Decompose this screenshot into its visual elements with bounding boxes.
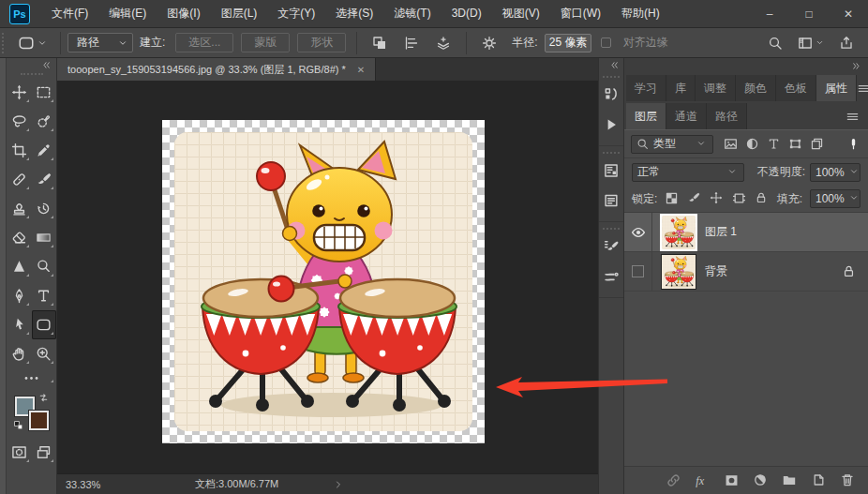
- document-tab[interactable]: tooopen_sy_159053194566.jpg @ 33.3% (图层 …: [57, 58, 376, 81]
- crop-tool[interactable]: [7, 136, 32, 165]
- pen-tool[interactable]: [7, 281, 32, 310]
- new-group-button[interactable]: [782, 472, 797, 487]
- layer-row-1[interactable]: 图层 1: [624, 213, 868, 252]
- filter-toggle-pin[interactable]: [846, 137, 861, 151]
- blend-mode-select[interactable]: 正常: [632, 163, 744, 182]
- lock-all-button[interactable]: [755, 191, 768, 204]
- move-tool[interactable]: [7, 78, 32, 107]
- toolbar-collapse-button[interactable]: [37, 58, 56, 70]
- filter-shape-layers-button[interactable]: [786, 135, 805, 154]
- default-colors-icon[interactable]: [13, 420, 24, 431]
- edit-toolbar-button[interactable]: [7, 368, 56, 387]
- sharpen-tool[interactable]: [7, 252, 32, 281]
- delete-layer-button[interactable]: [840, 472, 855, 487]
- path-arrangement-button[interactable]: [427, 36, 459, 51]
- menu-item-9[interactable]: 视图(V): [492, 0, 550, 27]
- menu-item-1[interactable]: 文件(F): [41, 0, 98, 27]
- lock-artboard-button[interactable]: [732, 191, 746, 205]
- dock-collapse-icon[interactable]: [851, 61, 861, 71]
- panel-tab[interactable]: 库: [666, 75, 696, 101]
- maximize-button[interactable]: □: [789, 0, 829, 28]
- layers-tab[interactable]: 通道: [666, 103, 707, 129]
- filter-smart-objects-button[interactable]: [807, 135, 827, 154]
- panel-menu-button[interactable]: [846, 110, 868, 129]
- layer-filter-type-select[interactable]: 类型: [631, 135, 713, 154]
- panel-menu-icon[interactable]: [857, 82, 868, 96]
- lock-image-pixels-button[interactable]: [687, 191, 700, 204]
- canvas-image[interactable]: [162, 120, 485, 443]
- link-layers-button[interactable]: [666, 472, 681, 488]
- document-tab-close-icon[interactable]: ✕: [357, 65, 365, 75]
- path-alignment-button[interactable]: [396, 36, 427, 51]
- make-button-3[interactable]: 形状: [297, 33, 346, 52]
- layer-style-button[interactable]: fx: [695, 472, 711, 488]
- brushes-panel-button[interactable]: [603, 268, 620, 285]
- path-select-tool[interactable]: [7, 310, 32, 339]
- background-color-swatch[interactable]: [29, 411, 49, 430]
- actions-panel-button[interactable]: [603, 116, 620, 133]
- menu-item-5[interactable]: 文字(Y): [267, 0, 325, 27]
- panel-tab[interactable]: 颜色: [736, 75, 776, 101]
- pasteboard[interactable]: [57, 81, 598, 473]
- layer-name[interactable]: 图层 1: [705, 224, 737, 240]
- brush-settings-panel-button[interactable]: [603, 238, 620, 255]
- spot-healing-tool[interactable]: [7, 165, 32, 194]
- minimize-button[interactable]: –: [750, 0, 789, 28]
- info-panel-button[interactable]: [603, 162, 620, 179]
- layer-thumbnail[interactable]: [662, 216, 696, 249]
- notes-panel-button[interactable]: [603, 192, 620, 209]
- menu-item-3[interactable]: 图像(I): [157, 0, 210, 27]
- search-icon[interactable]: [768, 36, 783, 51]
- opacity-select[interactable]: 100%: [810, 163, 861, 182]
- menu-item-7[interactable]: 滤镜(T): [383, 0, 441, 27]
- history-brush-tool[interactable]: [32, 194, 56, 223]
- panel-tab[interactable]: 调整: [696, 75, 736, 101]
- panel-menu-button[interactable]: [857, 82, 868, 101]
- filter-adjustment-layers-button[interactable]: [742, 135, 762, 154]
- gradient-tool[interactable]: [32, 223, 56, 252]
- menu-item-11[interactable]: 帮助(H): [611, 0, 670, 27]
- menu-item-6[interactable]: 选择(S): [325, 0, 383, 27]
- filter-image-layers-button[interactable]: [721, 135, 741, 154]
- align-edges-checkbox[interactable]: [601, 37, 611, 48]
- dodge-tool[interactable]: [32, 252, 56, 281]
- history-panel-button[interactable]: [603, 86, 620, 103]
- layer-visibility-toggle[interactable]: [624, 252, 652, 291]
- layer-row-2[interactable]: 背景: [624, 252, 868, 292]
- workspace-switcher[interactable]: [798, 36, 824, 51]
- panel-menu-icon[interactable]: [846, 110, 860, 124]
- status-menu-chevron-icon[interactable]: [333, 479, 344, 490]
- path-operations-button[interactable]: [364, 36, 396, 51]
- menu-item-2[interactable]: 编辑(E): [98, 0, 157, 27]
- panel-tab[interactable]: 学习: [626, 75, 666, 101]
- menu-item-4[interactable]: 图层(L): [211, 0, 268, 27]
- make-button-1[interactable]: 选区...: [175, 33, 233, 52]
- layer-thumbnail[interactable]: [662, 255, 696, 289]
- swap-colors-icon[interactable]: [37, 392, 50, 404]
- add-mask-button[interactable]: [724, 472, 740, 488]
- make-button-2[interactable]: 蒙版: [241, 33, 290, 52]
- layers-tab[interactable]: 路径: [707, 103, 747, 129]
- quick-mask-button[interactable]: [7, 438, 32, 467]
- menu-item-8[interactable]: 3D(D): [441, 0, 492, 27]
- zoom-tool[interactable]: [32, 339, 56, 368]
- share-icon[interactable]: [839, 36, 854, 51]
- eraser-tool[interactable]: [7, 223, 32, 252]
- zoom-level[interactable]: 33.33%: [66, 479, 131, 490]
- menu-item-10[interactable]: 窗口(W): [550, 0, 611, 27]
- new-layer-button[interactable]: [811, 472, 826, 487]
- layers-tab[interactable]: 图层: [626, 103, 666, 129]
- panel-tab[interactable]: 色板: [776, 75, 816, 101]
- clone-stamp-tool[interactable]: [7, 194, 32, 223]
- eyedropper-tool[interactable]: [32, 136, 56, 165]
- layer-name[interactable]: 背景: [705, 263, 727, 279]
- rounded-rectangle-tool[interactable]: [32, 310, 56, 339]
- type-tool[interactable]: [32, 281, 56, 310]
- panel-tab[interactable]: 属性: [816, 75, 857, 101]
- screen-mode-button[interactable]: [32, 438, 56, 467]
- tool-settings-gear-button[interactable]: [473, 36, 505, 51]
- layer-visibility-toggle[interactable]: [624, 213, 652, 251]
- hand-tool[interactable]: [7, 339, 32, 368]
- lasso-tool[interactable]: [7, 107, 32, 136]
- lock-position-button[interactable]: [710, 191, 723, 204]
